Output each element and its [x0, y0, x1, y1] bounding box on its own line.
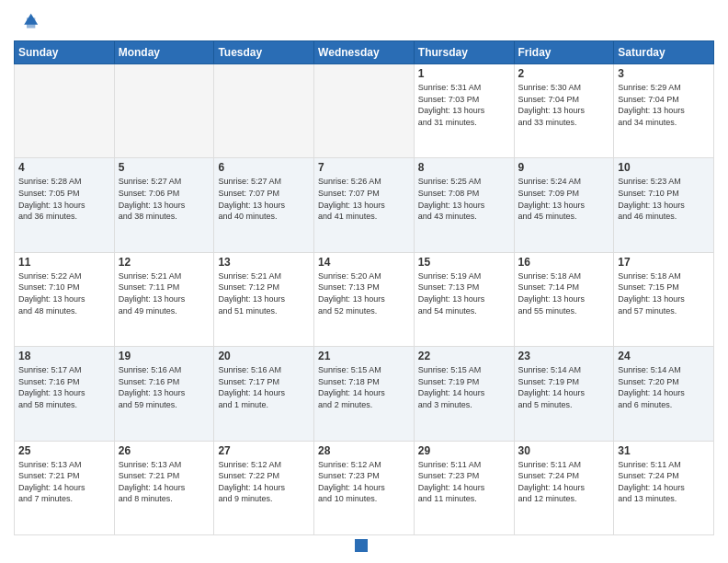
day-info: Sunrise: 5:31 AM Sunset: 7:03 PM Dayligh…	[418, 82, 510, 128]
calendar-cell: 17Sunrise: 5:18 AM Sunset: 7:15 PM Dayli…	[614, 252, 714, 346]
day-info: Sunrise: 5:26 AM Sunset: 7:07 PM Dayligh…	[318, 176, 410, 222]
svg-marker-1	[27, 17, 35, 28]
weekday-header-tuesday: Tuesday	[214, 41, 314, 64]
calendar-cell	[15, 64, 115, 158]
day-number: 4	[18, 161, 110, 174]
day-number: 6	[218, 161, 310, 174]
weekday-header-saturday: Saturday	[614, 41, 714, 64]
day-number: 25	[18, 444, 110, 457]
day-info: Sunrise: 5:23 AM Sunset: 7:10 PM Dayligh…	[618, 176, 710, 222]
weekday-header-wednesday: Wednesday	[314, 41, 415, 64]
calendar-week-2: 4Sunrise: 5:28 AM Sunset: 7:05 PM Daylig…	[15, 158, 714, 252]
logo	[14, 9, 43, 35]
day-number: 2	[518, 67, 610, 80]
day-info: Sunrise: 5:14 AM Sunset: 7:20 PM Dayligh…	[618, 364, 710, 410]
day-number: 31	[618, 444, 710, 457]
weekday-header-sunday: Sunday	[15, 41, 115, 64]
calendar-cell: 7Sunrise: 5:26 AM Sunset: 7:07 PM Daylig…	[314, 158, 415, 252]
footer-color-box	[355, 539, 368, 552]
weekday-header-row: SundayMondayTuesdayWednesdayThursdayFrid…	[15, 41, 714, 64]
day-number: 7	[318, 161, 410, 174]
day-info: Sunrise: 5:18 AM Sunset: 7:14 PM Dayligh…	[518, 270, 610, 316]
calendar-cell: 4Sunrise: 5:28 AM Sunset: 7:05 PM Daylig…	[15, 158, 115, 252]
calendar-cell: 8Sunrise: 5:25 AM Sunset: 7:08 PM Daylig…	[414, 158, 514, 252]
calendar-cell: 13Sunrise: 5:21 AM Sunset: 7:12 PM Dayli…	[214, 252, 314, 346]
day-info: Sunrise: 5:12 AM Sunset: 7:22 PM Dayligh…	[218, 459, 310, 505]
calendar-table: SundayMondayTuesdayWednesdayThursdayFrid…	[14, 40, 714, 535]
weekday-header-thursday: Thursday	[414, 41, 514, 64]
calendar-cell: 22Sunrise: 5:15 AM Sunset: 7:19 PM Dayli…	[414, 347, 514, 441]
calendar-cell: 14Sunrise: 5:20 AM Sunset: 7:13 PM Dayli…	[314, 252, 415, 346]
day-info: Sunrise: 5:13 AM Sunset: 7:21 PM Dayligh…	[18, 459, 110, 505]
day-info: Sunrise: 5:13 AM Sunset: 7:21 PM Dayligh…	[119, 459, 210, 505]
day-number: 16	[518, 256, 610, 269]
day-info: Sunrise: 5:24 AM Sunset: 7:09 PM Dayligh…	[518, 176, 610, 222]
day-number: 18	[18, 350, 110, 362]
calendar-cell: 3Sunrise: 5:29 AM Sunset: 7:04 PM Daylig…	[614, 64, 714, 158]
day-info: Sunrise: 5:16 AM Sunset: 7:16 PM Dayligh…	[119, 364, 210, 410]
day-info: Sunrise: 5:19 AM Sunset: 7:13 PM Dayligh…	[418, 270, 510, 316]
weekday-header-friday: Friday	[514, 41, 614, 64]
day-number: 29	[418, 444, 510, 457]
calendar-week-3: 11Sunrise: 5:22 AM Sunset: 7:10 PM Dayli…	[15, 252, 714, 346]
day-number: 14	[318, 256, 410, 269]
day-info: Sunrise: 5:17 AM Sunset: 7:16 PM Dayligh…	[18, 364, 110, 410]
day-info: Sunrise: 5:11 AM Sunset: 7:24 PM Dayligh…	[518, 459, 610, 505]
calendar-cell	[214, 64, 314, 158]
calendar-cell: 25Sunrise: 5:13 AM Sunset: 7:21 PM Dayli…	[15, 441, 115, 534]
day-number: 26	[119, 444, 210, 457]
day-info: Sunrise: 5:27 AM Sunset: 7:07 PM Dayligh…	[218, 176, 310, 222]
calendar-cell: 19Sunrise: 5:16 AM Sunset: 7:16 PM Dayli…	[114, 347, 214, 441]
calendar-cell: 29Sunrise: 5:11 AM Sunset: 7:23 PM Dayli…	[414, 441, 514, 534]
calendar-week-4: 18Sunrise: 5:17 AM Sunset: 7:16 PM Dayli…	[15, 347, 714, 441]
day-number: 5	[119, 161, 210, 174]
calendar-cell: 18Sunrise: 5:17 AM Sunset: 7:16 PM Dayli…	[15, 347, 115, 441]
calendar-cell: 23Sunrise: 5:14 AM Sunset: 7:19 PM Dayli…	[514, 347, 614, 441]
day-number: 27	[218, 444, 310, 457]
calendar-cell: 21Sunrise: 5:15 AM Sunset: 7:18 PM Dayli…	[314, 347, 415, 441]
calendar-cell: 10Sunrise: 5:23 AM Sunset: 7:10 PM Dayli…	[614, 158, 714, 252]
day-info: Sunrise: 5:25 AM Sunset: 7:08 PM Dayligh…	[418, 176, 510, 222]
day-number: 30	[518, 444, 610, 457]
day-number: 9	[518, 161, 610, 174]
calendar-cell	[314, 64, 415, 158]
logo-icon	[14, 9, 40, 35]
day-number: 22	[418, 350, 510, 362]
calendar-cell: 20Sunrise: 5:16 AM Sunset: 7:17 PM Dayli…	[214, 347, 314, 441]
calendar-cell: 28Sunrise: 5:12 AM Sunset: 7:23 PM Dayli…	[314, 441, 415, 534]
day-info: Sunrise: 5:20 AM Sunset: 7:13 PM Dayligh…	[318, 270, 410, 316]
day-info: Sunrise: 5:15 AM Sunset: 7:19 PM Dayligh…	[418, 364, 510, 410]
calendar-cell: 2Sunrise: 5:30 AM Sunset: 7:04 PM Daylig…	[514, 64, 614, 158]
header	[14, 9, 714, 35]
day-info: Sunrise: 5:18 AM Sunset: 7:15 PM Dayligh…	[618, 270, 710, 316]
calendar-cell: 15Sunrise: 5:19 AM Sunset: 7:13 PM Dayli…	[414, 252, 514, 346]
day-number: 8	[418, 161, 510, 174]
day-number: 28	[318, 444, 410, 457]
day-number: 11	[18, 256, 110, 269]
day-info: Sunrise: 5:21 AM Sunset: 7:11 PM Dayligh…	[119, 270, 210, 316]
calendar-cell	[114, 64, 214, 158]
day-info: Sunrise: 5:16 AM Sunset: 7:17 PM Dayligh…	[218, 364, 310, 410]
calendar-cell: 27Sunrise: 5:12 AM Sunset: 7:22 PM Dayli…	[214, 441, 314, 534]
day-number: 12	[119, 256, 210, 269]
day-info: Sunrise: 5:11 AM Sunset: 7:24 PM Dayligh…	[618, 459, 710, 505]
calendar-cell: 30Sunrise: 5:11 AM Sunset: 7:24 PM Dayli…	[514, 441, 614, 534]
day-info: Sunrise: 5:28 AM Sunset: 7:05 PM Dayligh…	[18, 176, 110, 222]
calendar-week-1: 1Sunrise: 5:31 AM Sunset: 7:03 PM Daylig…	[15, 64, 714, 158]
day-info: Sunrise: 5:14 AM Sunset: 7:19 PM Dayligh…	[518, 364, 610, 410]
calendar-cell: 24Sunrise: 5:14 AM Sunset: 7:20 PM Dayli…	[614, 347, 714, 441]
calendar-cell: 12Sunrise: 5:21 AM Sunset: 7:11 PM Dayli…	[114, 252, 214, 346]
day-number: 13	[218, 256, 310, 269]
calendar-cell: 6Sunrise: 5:27 AM Sunset: 7:07 PM Daylig…	[214, 158, 314, 252]
footer	[14, 535, 714, 554]
calendar-cell: 5Sunrise: 5:27 AM Sunset: 7:06 PM Daylig…	[114, 158, 214, 252]
calendar-cell: 11Sunrise: 5:22 AM Sunset: 7:10 PM Dayli…	[15, 252, 115, 346]
day-info: Sunrise: 5:15 AM Sunset: 7:18 PM Dayligh…	[318, 364, 410, 410]
day-info: Sunrise: 5:12 AM Sunset: 7:23 PM Dayligh…	[318, 459, 410, 505]
day-info: Sunrise: 5:30 AM Sunset: 7:04 PM Dayligh…	[518, 82, 610, 128]
calendar-cell: 16Sunrise: 5:18 AM Sunset: 7:14 PM Dayli…	[514, 252, 614, 346]
calendar-cell: 1Sunrise: 5:31 AM Sunset: 7:03 PM Daylig…	[414, 64, 514, 158]
day-number: 10	[618, 161, 710, 174]
day-info: Sunrise: 5:27 AM Sunset: 7:06 PM Dayligh…	[119, 176, 210, 222]
day-number: 24	[618, 350, 710, 362]
